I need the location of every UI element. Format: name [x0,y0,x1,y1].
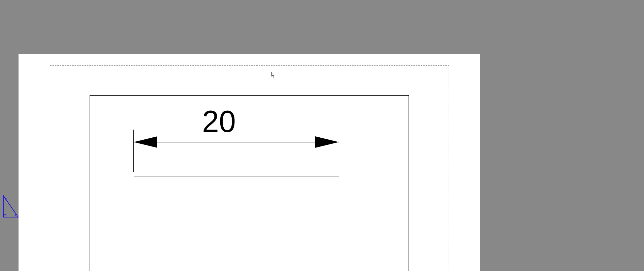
dimension-extension-line-left[interactable] [133,130,134,172]
ucs-icon[interactable]: Y X [2,194,19,220]
ucs-y-label: Y [5,198,7,202]
dimension-extension-line-right[interactable] [339,130,339,172]
dimension-arrow-right [315,136,339,148]
dimension-line[interactable] [134,142,339,142]
ucs-x-label: X [14,213,17,217]
dimension-text[interactable]: 20 [202,104,236,139]
drawing-rectangle[interactable] [134,176,339,271]
svg-rect-0 [3,214,6,217]
dimension-arrow-left [134,136,157,148]
